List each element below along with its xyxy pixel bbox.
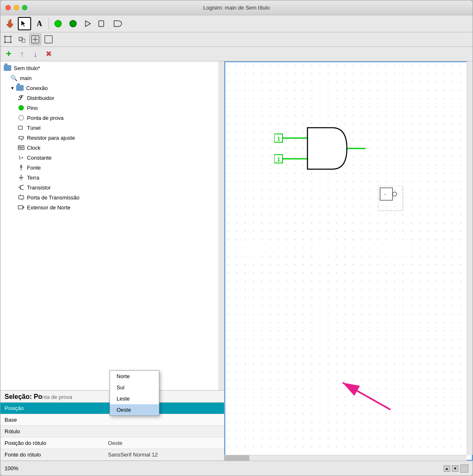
- tree-label-clock: Clock: [27, 145, 41, 151]
- edit1-button[interactable]: [3, 34, 15, 45]
- tree-label-transistor: Transistor: [27, 185, 51, 191]
- tree-label-pino: Pino: [27, 105, 38, 111]
- tree-item-terra[interactable]: Terra: [0, 172, 217, 182]
- dropdown-item-sul[interactable]: Sul: [110, 382, 159, 393]
- prop-row-posicao-rotulo[interactable]: Posição do rótulo Oeste: [0, 437, 224, 449]
- grid-toggle-btn[interactable]: [460, 464, 468, 473]
- edit2-button[interactable]: [16, 34, 28, 45]
- prop-label-base: Base: [0, 414, 104, 426]
- tree-label-terra: Terra: [27, 175, 39, 181]
- add-button[interactable]: +: [3, 48, 15, 60]
- circuit-edit-icon: [4, 35, 13, 44]
- move-down-button[interactable]: ↓: [29, 48, 41, 60]
- tree-item-sem-titulo[interactable]: Sem título*: [0, 63, 217, 73]
- prop-row-rotulo[interactable]: Rótulo: [0, 426, 224, 437]
- green-circle-icon: [69, 20, 77, 27]
- porta-transmissao-icon: [17, 193, 25, 202]
- maximize-button[interactable]: [22, 5, 27, 10]
- action-bar: + ↑ ↓ ✖: [0, 47, 473, 61]
- tree-label-tunel: Túnel: [27, 125, 41, 131]
- transistor-icon: [17, 183, 25, 192]
- minimize-button[interactable]: [14, 5, 19, 10]
- tree-content: Sem título* 🔍 main ▼ Conexão: [0, 61, 224, 214]
- gate2-button[interactable]: [111, 17, 124, 30]
- edit4-button[interactable]: [43, 34, 54, 45]
- svg-rect-50: [380, 188, 393, 200]
- green-on-button[interactable]: [51, 17, 65, 30]
- tree-item-conexao[interactable]: ▼ Conexão: [0, 83, 217, 93]
- folder-icon: [4, 65, 11, 71]
- close-button[interactable]: [5, 5, 11, 10]
- edit3-button[interactable]: [29, 34, 41, 45]
- status-bar: 100% ▲ ▼: [0, 461, 473, 476]
- arrow-svg: [320, 360, 403, 418]
- svg-marker-29: [20, 165, 22, 167]
- dropdown-item-leste[interactable]: Leste: [110, 393, 159, 404]
- dropdown-item-norte[interactable]: Norte: [110, 371, 159, 382]
- main-window: Logisim: main de Sem título A: [0, 0, 473, 476]
- component-tree[interactable]: Sem título* 🔍 main ▼ Conexão: [0, 61, 224, 390]
- tree-item-pino[interactable]: Pino: [0, 103, 217, 113]
- tree-item-tunel[interactable]: Túnel: [0, 123, 217, 133]
- prop-label-rotulo: Rótulo: [0, 426, 104, 437]
- canvas-area[interactable]: 1 1 -: [224, 61, 473, 461]
- tree-item-fonte[interactable]: Fonte: [0, 163, 217, 172]
- canvas-scrollbar-horizontal[interactable]: [224, 455, 467, 461]
- prop-value-fonte-rotulo: SansSerif Normal 12: [104, 449, 224, 461]
- tree-label-extensor: Extensor de Norte: [27, 204, 71, 211]
- add-icon: +: [6, 49, 12, 59]
- down-arrow-icon: ↓: [33, 49, 37, 59]
- canvas-scrollbar-vertical[interactable]: [467, 61, 473, 455]
- dropdown-item-oeste[interactable]: Oeste: [110, 404, 159, 415]
- tree-item-transistor[interactable]: Transistor: [0, 182, 217, 192]
- svg-text:-: -: [384, 191, 386, 197]
- dropdown-label-norte: Norte: [117, 373, 130, 379]
- titlebar: Logisim: main de Sem título: [0, 0, 473, 15]
- up-arrow-icon: ↑: [20, 49, 24, 59]
- clock-icon: [17, 143, 25, 152]
- svg-rect-19: [18, 126, 22, 129]
- svg-text:1: 1: [277, 156, 280, 163]
- tree-item-ponta-prova[interactable]: Ponta de prova: [0, 113, 217, 123]
- cursor-icon: [20, 19, 29, 28]
- green-pulse-button[interactable]: [66, 17, 80, 30]
- properties-title: Seleção: Ponta de prova: [5, 393, 72, 400]
- scroll-down-btn[interactable]: ▼: [452, 465, 458, 472]
- tree-item-resistor[interactable]: Resistor para ajuste: [0, 133, 217, 143]
- left-panel: Sem título* 🔍 main ▼ Conexão: [0, 61, 224, 461]
- delete-icon: ✖: [46, 49, 52, 58]
- scroll-up-btn[interactable]: ▲: [444, 465, 450, 472]
- dropdown-label-oeste: Oeste: [117, 407, 131, 413]
- dropdown-label-sul: Sul: [117, 384, 124, 391]
- separator-1: [49, 18, 49, 29]
- delete-button[interactable]: ✖: [43, 48, 54, 60]
- folder-icon-conexao: [16, 85, 24, 91]
- ponta-prova-icon: [17, 114, 25, 122]
- tree-item-extensor[interactable]: Extensor de Norte: [0, 202, 217, 212]
- prop-row-fonte-rotulo[interactable]: Fonte do rótulo SansSerif Normal 12: [0, 449, 224, 461]
- hand-icon: [5, 19, 14, 28]
- prop-label-fonte-rotulo: Fonte do rótulo: [0, 449, 104, 461]
- svg-point-8: [4, 41, 6, 43]
- hand-tool-button[interactable]: [3, 17, 16, 30]
- gate1-button[interactable]: [96, 17, 110, 30]
- svg-point-18: [19, 115, 24, 120]
- prop-value-posicao-rotulo: Oeste: [104, 437, 224, 449]
- tree-item-clock[interactable]: Clock: [0, 143, 217, 153]
- text-tool-button[interactable]: A: [33, 17, 46, 30]
- tree-item-main[interactable]: 🔍 main: [0, 73, 217, 83]
- tree-scrollbar[interactable]: [218, 61, 224, 390]
- prop-value-rotulo: [104, 426, 224, 437]
- svg-marker-0: [21, 20, 26, 27]
- simulate-button[interactable]: [81, 17, 95, 30]
- status-right: ▲ ▼: [444, 464, 468, 473]
- tree-item-porta-transmissao[interactable]: Porta de Transmissão: [0, 192, 217, 202]
- pino-icon: [17, 104, 25, 112]
- tree-item-constante[interactable]: 1• Constante: [0, 153, 217, 163]
- green-filled-circle-icon: [54, 20, 62, 27]
- svg-line-37: [20, 189, 24, 190]
- fonte-icon: [17, 163, 25, 172]
- move-up-button[interactable]: ↑: [16, 48, 28, 60]
- select-tool-button[interactable]: [18, 17, 31, 30]
- tree-item-distribuidor[interactable]: ℱ Distribuidor: [0, 93, 217, 103]
